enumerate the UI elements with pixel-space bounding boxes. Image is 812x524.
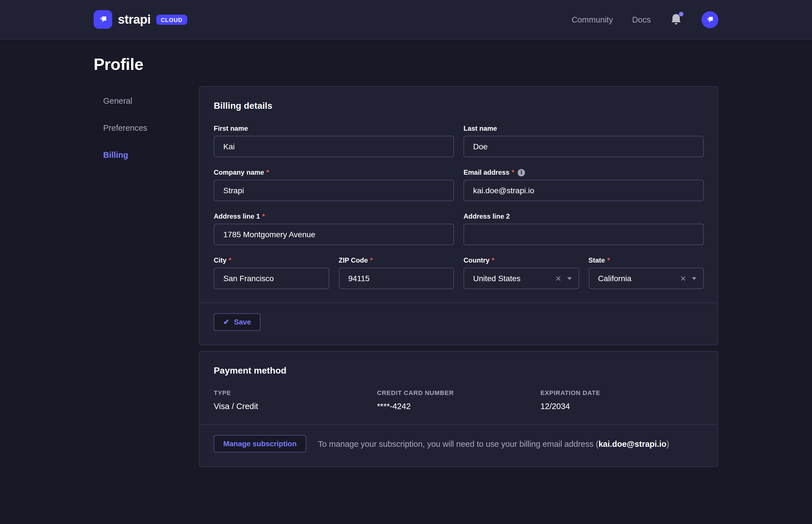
email-address-label: Email address* i — [463, 168, 704, 176]
email-address-input[interactable] — [463, 180, 704, 201]
field-company-name: Company name* — [214, 168, 454, 201]
brand-name: strapi — [118, 12, 150, 27]
field-email-address: Email address* i — [463, 168, 704, 201]
field-country: Country* United States ✕ — [463, 256, 579, 289]
notification-dot — [679, 12, 683, 16]
sidebar-item-billing[interactable]: Billing — [103, 150, 199, 160]
field-address-line-1: Address line 1* — [214, 212, 454, 245]
app-screen: strapi CLOUD Community Docs — [0, 0, 812, 524]
field-last-name: Last name — [463, 125, 704, 157]
required-asterisk: * — [492, 256, 494, 264]
required-asterisk: * — [267, 168, 269, 176]
type-value: Visa / Credit — [214, 402, 377, 411]
state-label: State* — [588, 256, 704, 264]
country-value: United States — [473, 274, 550, 283]
city-label: City* — [214, 256, 329, 264]
user-avatar[interactable] — [701, 11, 718, 28]
payment-info-table: TYPE Visa / Credit CREDIT CARD NUMBER **… — [214, 389, 704, 411]
payment-method-card: Payment method TYPE Visa / Credit CREDIT… — [199, 351, 718, 467]
last-name-input[interactable] — [463, 136, 704, 157]
billing-email-note: To manage your subscription, you will ne… — [318, 439, 669, 448]
chevron-down-icon[interactable] — [692, 277, 696, 280]
sidebar-item-preferences[interactable]: Preferences — [103, 124, 199, 132]
country-combobox[interactable]: United States ✕ — [463, 268, 579, 289]
manage-subscription-label: Manage subscription — [223, 440, 297, 448]
notifications-bell-icon[interactable] — [670, 13, 682, 26]
strapi-logo-icon — [94, 10, 112, 29]
sidebar-item-general[interactable]: General — [103, 96, 199, 105]
field-address-line-2: Address line 2 — [463, 212, 704, 245]
clear-icon[interactable]: ✕ — [680, 275, 686, 282]
address-line-1-input[interactable] — [214, 224, 454, 245]
page-title: Profile — [94, 55, 718, 74]
nav-right: Community Docs — [572, 11, 718, 28]
address-line-2-label: Address line 2 — [463, 212, 704, 220]
last-name-label: Last name — [463, 125, 704, 132]
profile-sidebar: General Preferences Billing — [94, 86, 199, 473]
zip-code-label: ZIP Code* — [339, 256, 454, 264]
info-icon[interactable]: i — [518, 169, 525, 176]
chevron-down-icon[interactable] — [567, 277, 572, 280]
zip-code-input[interactable] — [339, 268, 454, 289]
type-header: TYPE — [214, 389, 377, 396]
top-navbar: strapi CLOUD Community Docs — [0, 0, 812, 39]
billing-email: kai.doe@strapi.io — [599, 439, 667, 448]
field-state: State* California ✕ — [588, 256, 704, 289]
nav-link-community[interactable]: Community — [572, 15, 613, 24]
field-city: City* — [214, 256, 329, 289]
save-button-label: Save — [234, 318, 251, 326]
page-content: Profile General Preferences Billing Bill… — [0, 39, 812, 473]
field-zip-code: ZIP Code* — [339, 256, 454, 289]
address-line-2-input[interactable] — [463, 224, 704, 245]
required-asterisk: * — [370, 256, 373, 264]
company-name-label: Company name* — [214, 168, 454, 176]
required-asterisk: * — [262, 212, 265, 220]
save-button[interactable]: ✔ Save — [214, 313, 261, 331]
required-asterisk: * — [229, 256, 231, 264]
card-number-value: ****-4242 — [377, 402, 540, 411]
address-line-1-label: Address line 1* — [214, 212, 454, 220]
card-divider — [200, 424, 718, 425]
country-label: Country* — [463, 256, 579, 264]
required-asterisk: * — [512, 168, 514, 176]
card-divider — [200, 302, 718, 303]
payment-col-expiration: EXPIRATION DATE 12/2034 — [541, 389, 704, 411]
required-asterisk: * — [607, 256, 610, 264]
state-value: California — [598, 274, 674, 283]
nav-link-docs[interactable]: Docs — [632, 15, 651, 24]
check-icon: ✔ — [223, 318, 229, 326]
card-number-header: CREDIT CARD NUMBER — [377, 389, 540, 396]
expiration-header: EXPIRATION DATE — [541, 389, 704, 396]
cloud-badge: CLOUD — [156, 14, 187, 24]
field-first-name: First name — [214, 125, 454, 157]
state-combobox[interactable]: California ✕ — [588, 268, 704, 289]
first-name-input[interactable] — [214, 136, 454, 157]
expiration-value: 12/2034 — [541, 402, 704, 411]
first-name-label: First name — [214, 125, 454, 132]
billing-details-card: Billing details First name Last name — [199, 86, 718, 345]
strapi-logo[interactable]: strapi CLOUD — [94, 10, 187, 29]
city-input[interactable] — [214, 268, 329, 289]
clear-icon[interactable]: ✕ — [555, 275, 561, 282]
manage-subscription-button[interactable]: Manage subscription — [214, 435, 306, 453]
payment-col-type: TYPE Visa / Credit — [214, 389, 377, 411]
company-name-input[interactable] — [214, 180, 454, 201]
billing-details-title: Billing details — [214, 101, 704, 111]
payment-col-card-number: CREDIT CARD NUMBER ****-4242 — [377, 389, 540, 411]
payment-method-title: Payment method — [214, 366, 704, 376]
